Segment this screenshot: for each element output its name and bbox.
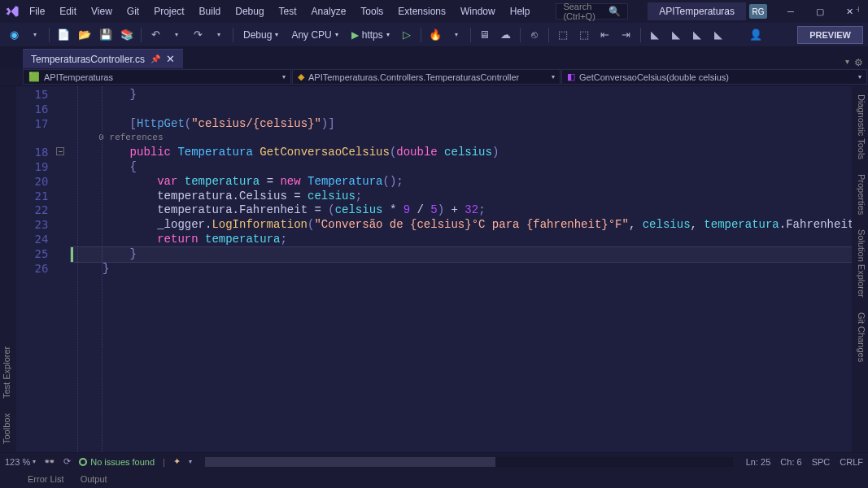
line-number: 24 bbox=[16, 233, 71, 247]
undo-dropdown-icon[interactable]: ▾ bbox=[168, 26, 185, 44]
line-number: 15 bbox=[16, 88, 71, 102]
line-endings[interactable]: CRLF bbox=[840, 457, 863, 467]
redo-icon[interactable]: ↷ bbox=[189, 26, 207, 44]
find-file-icon[interactable]: ⎋ bbox=[526, 26, 543, 44]
start-debug-button[interactable]: ▶ https ▾ bbox=[347, 28, 395, 42]
config-dropdown[interactable]: Debug▾ bbox=[238, 28, 283, 42]
line-number: 18− bbox=[16, 146, 71, 160]
nav-dropdown-icon[interactable]: ▾ bbox=[26, 26, 44, 44]
user-avatar[interactable]: RG bbox=[749, 4, 767, 19]
bookmark-next-icon[interactable]: ◣ bbox=[688, 26, 706, 44]
menu-file[interactable]: File bbox=[23, 2, 51, 20]
menu-extensions[interactable]: Extensions bbox=[391, 2, 452, 20]
nav-member-dropdown[interactable]: ◧ GetConversaoCelsius(double celsius) ▾ bbox=[561, 69, 867, 85]
rail-test-explorer[interactable]: Test Explorer bbox=[2, 343, 15, 402]
class-icon: ◆ bbox=[298, 72, 304, 82]
main-menu: File Edit View Git Project Build Debug T… bbox=[23, 2, 536, 20]
reload-dropdown-icon[interactable]: ▾ bbox=[447, 26, 465, 44]
menu-window[interactable]: Window bbox=[454, 2, 502, 20]
bookmark-clear-icon[interactable]: ◣ bbox=[709, 26, 727, 44]
nav-class-dropdown[interactable]: ◆ APITemperaturas.Controllers.Temperatur… bbox=[292, 69, 560, 85]
tab-output[interactable]: Output bbox=[74, 472, 114, 486]
tab-dropdown-icon[interactable]: ▾ bbox=[845, 57, 849, 68]
zoom-control[interactable]: 123 %▾ bbox=[5, 457, 36, 467]
menu-project[interactable]: Project bbox=[147, 2, 190, 20]
code-editor[interactable]: } [HttpGet("celsius/{celsius}")] 0 refer… bbox=[71, 86, 868, 452]
bookmark-prev-icon[interactable]: ◣ bbox=[667, 26, 685, 44]
step1-icon[interactable]: ⬚ bbox=[554, 26, 572, 44]
rail-properties[interactable]: Properties bbox=[853, 171, 866, 218]
chevron-down-icon: ▾ bbox=[858, 73, 861, 81]
bookmark-icon[interactable]: ◣ bbox=[646, 26, 664, 44]
ref-spacer bbox=[16, 131, 71, 146]
horizontal-scrollbar[interactable] bbox=[205, 457, 733, 467]
platform-dropdown[interactable]: Any CPU▾ bbox=[286, 28, 342, 42]
line-number: 22 bbox=[16, 203, 71, 218]
file-tab-active[interactable]: TemperaturasController.cs 📌 ✕ bbox=[23, 49, 183, 68]
rail-solution-explorer[interactable]: Solution Explorer bbox=[853, 226, 866, 301]
minimize-button[interactable]: ─ bbox=[777, 2, 805, 21]
line-number: 26 bbox=[16, 262, 71, 277]
open-icon[interactable]: 📂 bbox=[76, 26, 94, 44]
issues-indicator[interactable]: No issues found bbox=[79, 457, 155, 467]
menu-view[interactable]: View bbox=[85, 2, 119, 20]
menu-test[interactable]: Test bbox=[273, 2, 303, 20]
line-number: 23 bbox=[16, 218, 71, 233]
indent-mode[interactable]: SPC bbox=[812, 457, 831, 467]
titlebar: File Edit View Git Project Build Debug T… bbox=[0, 0, 868, 23]
bottom-panel-tabs: Error List Output bbox=[0, 470, 868, 488]
indent-more-icon[interactable]: ⇥ bbox=[617, 26, 635, 44]
save-icon[interactable]: 💾 bbox=[97, 26, 115, 44]
editor-status-strip: 123 %▾ 👓 ⟳ No issues found | ✦ ▾ Ln: 25 … bbox=[0, 452, 868, 470]
menu-analyze[interactable]: Analyze bbox=[305, 2, 353, 20]
rail-diagnostic[interactable]: Diagnostic Tools bbox=[853, 91, 866, 163]
publish-icon[interactable]: ☁ bbox=[497, 26, 515, 44]
undo-icon[interactable]: ↶ bbox=[146, 26, 164, 44]
search-placeholder: Search (Ctrl+Q) bbox=[563, 2, 608, 21]
chevron-down-icon: ▾ bbox=[552, 73, 555, 81]
rail-git-changes[interactable]: Git Changes bbox=[853, 309, 866, 365]
tab-settings-icon[interactable]: ⚙ bbox=[854, 57, 863, 68]
error-lens-icon[interactable]: 👓 bbox=[44, 456, 55, 467]
preview-button[interactable]: PREVIEW bbox=[797, 26, 863, 44]
browser-link-icon[interactable]: 🖥 bbox=[476, 26, 494, 44]
lightbulb-icon[interactable]: ✦ bbox=[173, 456, 181, 467]
live-share-icon[interactable]: 👤 bbox=[747, 26, 765, 44]
indent-less-icon[interactable]: ⇤ bbox=[596, 26, 614, 44]
nav-back-icon[interactable]: ◉ bbox=[5, 26, 23, 44]
main-toolbar: ◉ ▾ 📄 📂 💾 📚 ↶ ▾ ↷ ▾ Debug▾ Any CPU▾ ▶ ht… bbox=[0, 23, 868, 47]
menu-build[interactable]: Build bbox=[193, 2, 228, 20]
line-number: 16 bbox=[16, 102, 71, 117]
pin-icon[interactable]: 📌 bbox=[150, 54, 160, 63]
save-all-icon[interactable]: 📚 bbox=[118, 26, 136, 44]
menu-edit[interactable]: Edit bbox=[53, 2, 83, 20]
right-tool-rail: Diagnostic Tools Properties Solution Exp… bbox=[852, 86, 868, 452]
new-item-icon[interactable]: 📄 bbox=[55, 26, 72, 44]
split-editor-icon[interactable]: ⫞ bbox=[850, 2, 865, 16]
line-number: 25 bbox=[16, 247, 71, 262]
step2-icon[interactable]: ⬚ bbox=[575, 26, 593, 44]
start-nodebug-button[interactable]: ▷ bbox=[398, 26, 416, 44]
menu-tools[interactable]: Tools bbox=[354, 2, 390, 20]
menu-debug[interactable]: Debug bbox=[229, 2, 270, 20]
nav-project-dropdown[interactable]: 🟩 APITemperaturas ▾ bbox=[23, 69, 291, 85]
solution-name-label[interactable]: APITemperaturas bbox=[648, 2, 746, 20]
document-tabbar: TemperaturasController.cs 📌 ✕ ▾ ⚙ bbox=[0, 47, 868, 68]
editor-area: Toolbox Test Explorer 15 16 17 18− 19 20… bbox=[0, 86, 868, 452]
redo-dropdown-icon[interactable]: ▾ bbox=[210, 26, 228, 44]
tab-close-icon[interactable]: ✕ bbox=[166, 53, 175, 65]
hot-reload-icon[interactable]: 🔥 bbox=[426, 26, 444, 44]
nav-bar: 🟩 APITemperaturas ▾ ◆ APITemperaturas.Co… bbox=[0, 68, 868, 86]
health-icon[interactable]: ⟳ bbox=[63, 456, 71, 467]
rail-toolbox[interactable]: Toolbox bbox=[2, 410, 15, 447]
tab-error-list[interactable]: Error List bbox=[21, 472, 71, 486]
caret-col[interactable]: Ch: 6 bbox=[780, 457, 801, 467]
codelens-references[interactable]: 0 references bbox=[71, 131, 868, 146]
search-input[interactable]: Search (Ctrl+Q) 🔍 bbox=[556, 3, 628, 20]
menu-help[interactable]: Help bbox=[504, 2, 537, 20]
maximize-button[interactable]: ▢ bbox=[806, 2, 834, 21]
fold-toggle[interactable]: − bbox=[56, 147, 64, 155]
csharp-project-icon: 🟩 bbox=[28, 72, 40, 82]
caret-line[interactable]: Ln: 25 bbox=[746, 457, 771, 467]
menu-git[interactable]: Git bbox=[120, 2, 146, 20]
